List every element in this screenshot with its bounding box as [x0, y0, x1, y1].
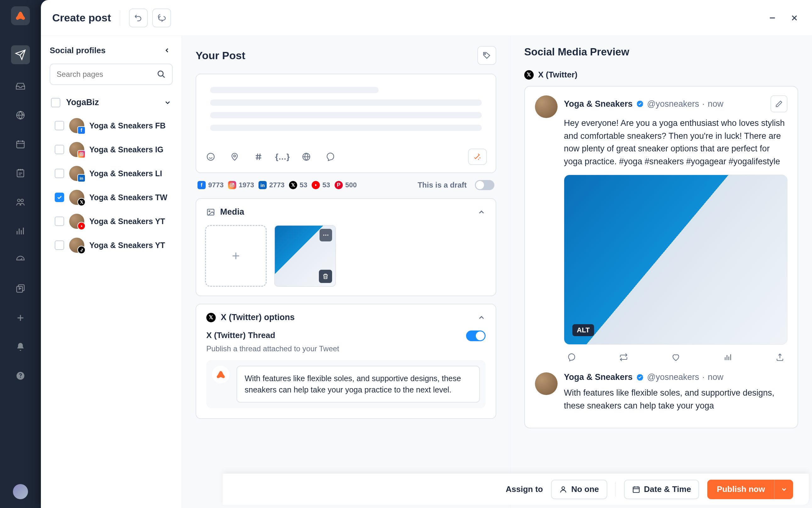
profile-row[interactable]: Yoga & Sneakers YT — [50, 209, 173, 233]
nav-library-icon[interactable] — [13, 282, 28, 296]
profile-checkbox[interactable] — [55, 121, 64, 130]
publish-button[interactable]: Publish now — [707, 480, 774, 499]
media-more-button[interactable] — [320, 229, 332, 242]
svg-point-3 — [17, 199, 20, 202]
profile-checkbox[interactable] — [55, 145, 64, 154]
post-editor-card: {…} — [196, 74, 496, 173]
svg-point-16 — [233, 184, 233, 184]
post-editor[interactable] — [196, 74, 496, 143]
thread-text-input[interactable]: With features like flexible soles, and s… — [237, 366, 480, 403]
search-profiles-input[interactable] — [50, 64, 173, 85]
nav-bell-icon[interactable] — [13, 340, 28, 354]
collapse-profiles-button[interactable] — [161, 45, 173, 56]
profile-row[interactable]: fYoga & Sneakers FB — [50, 114, 173, 137]
nav-user-avatar[interactable] — [13, 484, 28, 499]
profile-checkbox[interactable] — [55, 241, 64, 250]
verified-badge-icon — [636, 373, 644, 381]
thread-toggle[interactable] — [466, 331, 486, 341]
alt-badge[interactable]: ALT — [572, 324, 594, 336]
profile-row[interactable]: Yoga & Sneakers IG — [50, 137, 173, 162]
svg-point-15 — [231, 184, 233, 186]
group-checkbox[interactable] — [51, 98, 60, 107]
modal-header: Create post — [41, 0, 812, 36]
nav-notes-icon[interactable] — [13, 166, 28, 180]
undo-button[interactable] — [129, 8, 148, 28]
publish-dropdown-caret[interactable] — [774, 480, 793, 499]
comments-button[interactable] — [152, 8, 171, 28]
profile-row[interactable]: Yoga & Sneakers YT — [50, 233, 173, 257]
profile-avatar — [69, 142, 84, 157]
profile-checkbox[interactable] — [55, 193, 64, 202]
nav-compose-icon[interactable] — [11, 45, 30, 64]
chat-icon[interactable] — [325, 151, 336, 162]
minimize-button[interactable] — [766, 12, 779, 24]
svg-point-11 — [207, 153, 214, 161]
search-input-field[interactable] — [57, 70, 157, 79]
profile-group-header[interactable]: YogaBiz — [50, 94, 173, 111]
youtube-icon — [312, 181, 320, 189]
tweet-avatar — [535, 95, 558, 118]
nav-dashboard-icon[interactable] — [13, 253, 28, 267]
nav-analytics-icon[interactable] — [13, 224, 28, 238]
close-button[interactable] — [788, 12, 801, 24]
verified-badge-icon — [636, 100, 644, 108]
profile-label: Yoga & Sneakers LI — [89, 169, 162, 178]
thread-title: X (Twitter) Thread — [206, 331, 275, 341]
tweet-author-name: Yoga & Sneakers — [564, 372, 633, 382]
tweet-handle: @yosneakers — [647, 372, 699, 382]
add-media-button[interactable] — [205, 225, 267, 287]
edit-preview-button[interactable] — [770, 95, 787, 112]
pinterest-icon: P — [335, 181, 343, 189]
svg-point-22 — [562, 486, 565, 490]
svg-point-10 — [484, 53, 486, 55]
svg-point-19 — [323, 235, 325, 236]
svg-point-7 — [158, 71, 163, 76]
media-delete-button[interactable] — [319, 270, 332, 283]
like-icon[interactable] — [671, 353, 680, 362]
views-icon[interactable] — [723, 353, 732, 362]
profile-row[interactable]: 𝕏Yoga & Sneakers TW — [50, 185, 173, 209]
nav-add-icon[interactable] — [13, 311, 28, 325]
svg-point-4 — [21, 199, 23, 202]
thread-app-icon — [212, 366, 230, 383]
profile-checkbox[interactable] — [55, 169, 64, 178]
emoji-icon[interactable] — [205, 151, 217, 162]
tweet-actions — [564, 350, 787, 364]
char-counter-row: f9773 1973 in2773 𝕏53 53 P500 This is a … — [196, 180, 496, 190]
instagram-icon — [228, 181, 236, 189]
reply-icon[interactable] — [567, 353, 576, 362]
link-icon[interactable] — [301, 151, 312, 162]
svg-point-12 — [234, 155, 236, 157]
profile-checkbox[interactable] — [55, 217, 64, 226]
twitter-icon: 𝕏 — [524, 70, 534, 80]
tag-button[interactable] — [477, 46, 496, 65]
template-icon[interactable]: {…} — [277, 151, 288, 162]
preview-network-label: X (Twitter) — [538, 70, 577, 80]
thread-entry: With features like flexible soles, and s… — [206, 360, 486, 408]
nav-team-icon[interactable] — [13, 195, 28, 209]
ai-assist-button[interactable] — [468, 149, 487, 165]
svg-point-18 — [209, 211, 210, 212]
draft-toggle[interactable] — [475, 180, 494, 190]
nav-inbox-icon[interactable] — [13, 79, 28, 93]
tweet-text: With features like flexible soles, and s… — [564, 386, 787, 412]
datetime-button[interactable]: Date & Time — [624, 480, 700, 499]
location-icon[interactable] — [229, 151, 240, 162]
twitter-icon: 𝕏 — [206, 313, 216, 322]
media-thumbnail[interactable] — [274, 225, 336, 287]
assign-dropdown[interactable]: No one — [551, 480, 607, 499]
profile-row[interactable]: inYoga & Sneakers LI — [50, 162, 173, 185]
nav-help-icon[interactable] — [13, 369, 28, 383]
thread-description: Publish a thread attached to your Tweet — [196, 344, 496, 360]
profile-label: Yoga & Sneakers YT — [89, 217, 165, 226]
nav-calendar-icon[interactable] — [13, 137, 28, 151]
preview-panel: Social Media Preview 𝕏 X (Twitter) Yoga … — [510, 36, 812, 508]
share-icon[interactable] — [775, 353, 784, 362]
search-icon — [157, 70, 166, 79]
hashtag-icon[interactable] — [253, 151, 264, 162]
nav-monitor-icon[interactable] — [13, 108, 28, 122]
collapse-options-button[interactable] — [477, 313, 486, 322]
collapse-media-button[interactable] — [477, 208, 486, 216]
tweet-handle: @yosneakers — [647, 99, 699, 109]
retweet-icon[interactable] — [619, 353, 628, 362]
